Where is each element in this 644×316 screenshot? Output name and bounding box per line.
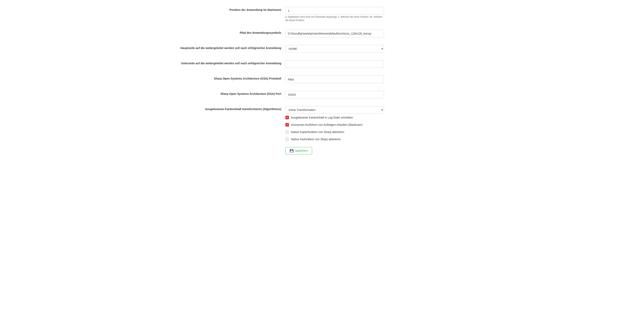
osa-protokoll-field-cell xyxy=(285,75,475,84)
transform-row: Ausgelesenen Karteninhalt transformieren… xyxy=(169,105,475,155)
unterseite-label: Unterseite auf die weitergeleitet werden… xyxy=(169,59,285,67)
position-hint: 0: Applikation wird nicht auf Startseite… xyxy=(285,15,384,22)
unterseite-field-cell xyxy=(285,59,475,69)
position-label: Position der Anwendung im Startmenü xyxy=(169,6,285,14)
osa-port-input[interactable] xyxy=(285,91,384,98)
save-button[interactable]: 💾 Speichern xyxy=(285,147,312,155)
pfad-label: Pfad des Anwendungssymbols xyxy=(169,29,285,37)
hauptseite-field-cell: HOME DASHBOARD SETTINGS xyxy=(285,44,475,53)
hauptseite-label: Hauptseite auf die weitergeleitet werden… xyxy=(169,44,285,52)
transform-field-cell: Keine Transformation AES RSA Ausgelesene… xyxy=(285,105,475,155)
save-button-label: Speichern xyxy=(295,149,308,152)
pfad-row: Pfad des Anwendungssymbols xyxy=(169,29,475,38)
osa-protokoll-label: Sharp Open Systems Architecture (OSA) Pr… xyxy=(169,75,285,83)
checkbox-row-2: Anonymes Ausführen von Aufträgen erlaube… xyxy=(285,123,475,127)
checkbox-blankuser-label[interactable]: Anonymes Ausführen von Aufträgen erlaube… xyxy=(291,123,363,126)
position-field-cell: 0: Applikation wird nicht auf Startseite… xyxy=(285,6,475,23)
checkbox-group: Ausgelesener Karteninhalt in Log-Datei s… xyxy=(285,116,475,141)
checkbox-section: Ausgelesener Karteninhalt in Log-Datei s… xyxy=(285,116,475,141)
save-icon: 💾 xyxy=(290,149,294,153)
unterseite-input[interactable] xyxy=(285,60,384,68)
checkbox-row-1: Ausgelesener Karteninhalt in Log-Datei s… xyxy=(285,116,475,119)
pfad-input[interactable] xyxy=(285,30,384,37)
checkbox-row-3: Native Kopierfunktion von Sharp aktivier… xyxy=(285,130,475,134)
osa-protokoll-row: Sharp Open Systems Architecture (OSA) Pr… xyxy=(169,75,475,84)
checkbox-native-fax-label[interactable]: Native Faxfunktion von Sharp aktivieren xyxy=(291,138,341,141)
page-container: Position der Anwendung im Startmenü 0: A… xyxy=(161,0,483,165)
transform-label: Ausgelesenen Karteninhalt transformieren… xyxy=(169,105,285,113)
position-row: Position der Anwendung im Startmenü 0: A… xyxy=(169,6,475,23)
osa-port-label: Sharp Open Systems Architecture (OSA) Po… xyxy=(169,90,285,98)
osa-port-field-cell xyxy=(285,90,475,99)
checkbox-log-datei-label[interactable]: Ausgelesener Karteninhalt in Log-Datei s… xyxy=(291,116,353,119)
hauptseite-row: Hauptseite auf die weitergeleitet werden… xyxy=(169,44,475,53)
checkbox-log-datei[interactable] xyxy=(285,116,289,119)
transform-select[interactable]: Keine Transformation AES RSA xyxy=(285,106,384,114)
position-input[interactable] xyxy=(285,7,384,14)
checkbox-native-kopier-label[interactable]: Native Kopierfunktion von Sharp aktivier… xyxy=(291,130,344,134)
save-section: 💾 Speichern xyxy=(285,147,475,155)
osa-protokoll-input[interactable] xyxy=(285,76,384,83)
osa-port-row: Sharp Open Systems Architecture (OSA) Po… xyxy=(169,90,475,99)
checkbox-native-fax[interactable] xyxy=(285,138,289,141)
hauptseite-select[interactable]: HOME DASHBOARD SETTINGS xyxy=(285,45,384,53)
checkbox-row-4: Native Faxfunktion von Sharp aktivieren xyxy=(285,138,475,141)
pfad-field-cell xyxy=(285,29,475,38)
checkbox-native-kopier[interactable] xyxy=(285,130,289,134)
checkbox-blankuser[interactable] xyxy=(285,123,289,127)
unterseite-row: Unterseite auf die weitergeleitet werden… xyxy=(169,59,475,69)
